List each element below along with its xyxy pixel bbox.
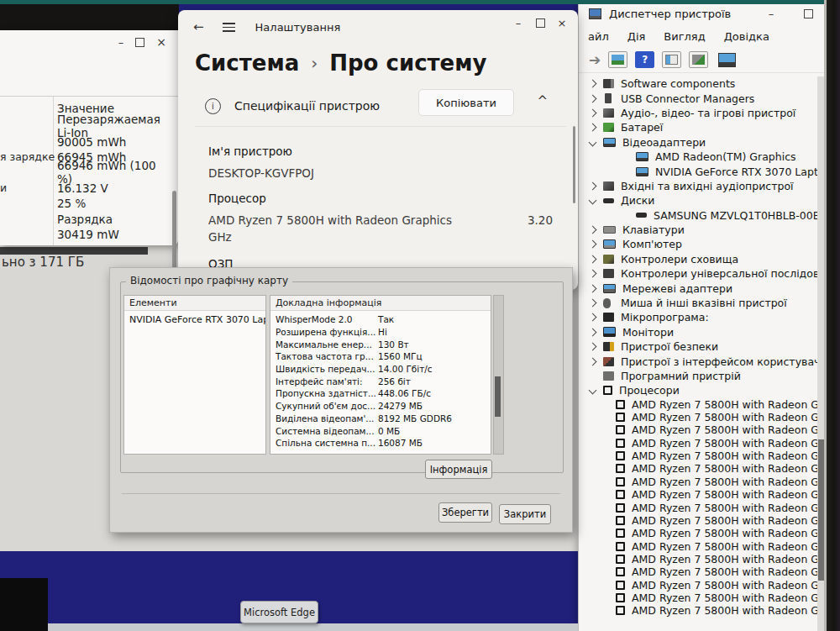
device-manager-titlebar[interactable]: Диспетчер пристроїв – [579, 3, 831, 24]
copy-button[interactable]: Копіювати [418, 89, 514, 116]
detail-row[interactable]: Розширена функція... Ні [270, 326, 491, 339]
tree-row[interactable]: Вхідні та вихідні аудіопристрої [579, 179, 820, 193]
tree-chevron-icon[interactable] [589, 313, 597, 322]
tree-row[interactable]: AMD Ryzen 7 5800H with Radeon Graphic [579, 501, 820, 513]
tree-row[interactable]: Монітори [579, 325, 820, 339]
tree-row[interactable]: AMD Ryzen 7 5800H with Radeon Graphic [579, 604, 820, 617]
battery-row[interactable]: Перезаряжаемая Li-Ion [0, 118, 168, 134]
detail-row[interactable]: Тактова частота гр... 1560 МГц [270, 350, 491, 363]
tree-row[interactable]: AMD Ryzen 7 5800H with Radeon Graphic [579, 553, 820, 565]
battery-titlebar[interactable]: – × [0, 30, 178, 54]
tree-chevron-icon[interactable] [589, 240, 597, 249]
taskbar[interactable] [47, 623, 578, 631]
tree-chevron-icon[interactable] [589, 386, 597, 395]
tree-chevron-icon[interactable] [589, 357, 597, 365]
tree-row[interactable]: Комп'ютер [579, 237, 820, 251]
menu-item[interactable]: Вигляд [654, 30, 714, 43]
tree-row[interactable]: AMD Ryzen 7 5800H with Radeon Graphic [579, 423, 820, 436]
tree-chevron-icon[interactable] [589, 109, 597, 118]
device-specs-section[interactable]: i Специфікації пристрою Копіювати ^ [195, 89, 566, 123]
battery-row[interactable]: 30419 mW [0, 227, 168, 242]
save-button[interactable]: Зберегти [438, 502, 492, 523]
tree-row[interactable]: AMD Ryzen 7 5800H with Radeon Graphic [579, 488, 820, 501]
minimize-icon[interactable]: – [118, 36, 124, 49]
detail-row[interactable]: Системна відеопам... 0 МБ [270, 424, 491, 437]
tree-row[interactable]: USB Connector Managers [579, 91, 820, 105]
help-icon[interactable]: ? [635, 51, 654, 68]
tree-row[interactable]: AMD Radeon(TM) Graphics [579, 150, 820, 164]
items-header[interactable]: Елементи [124, 296, 265, 311]
maximize-icon[interactable] [797, 4, 819, 23]
tree-row[interactable]: AMD Ryzen 7 5800H with Radeon Graphic [579, 527, 820, 539]
tree-row[interactable]: Контролери універсальної послідовної ши [579, 266, 820, 281]
battery-row[interactable]: Разрядка [0, 211, 168, 226]
tree-row[interactable]: Клавіатури [579, 223, 820, 237]
maximize-icon[interactable] [529, 13, 551, 32]
tree-row[interactable]: Мережеві адаптери [579, 281, 820, 295]
tree-chevron-icon[interactable] [589, 299, 597, 308]
tree-row[interactable]: AMD Ryzen 7 5800H with Radeon Graphic [579, 592, 820, 604]
tree-row[interactable]: Аудіо-, відео- та ігрові пристрої [579, 106, 820, 120]
detail-row[interactable]: Швидкість передач... 14.00 Гбіт/с [270, 363, 491, 376]
tree-row[interactable]: AMD Ryzen 7 5800H with Radeon Graphic [579, 437, 820, 450]
information-button[interactable]: Інформація [425, 460, 492, 479]
gpu-items-list[interactable]: Елементи NVIDIA GeForce RTX 3070 Laptop … [123, 295, 266, 455]
properties-icon[interactable] [608, 51, 627, 68]
hamburger-menu-icon[interactable] [223, 23, 235, 32]
back-icon[interactable]: ← [193, 19, 204, 34]
tree-row[interactable]: SAMSUNG MZVLQ1T0HBLB-00BTW [579, 208, 820, 223]
tree-chevron-icon[interactable] [589, 181, 597, 190]
tree-row[interactable]: Software components [579, 76, 820, 91]
monitor-toolbar-icon[interactable] [718, 53, 736, 67]
menu-item[interactable]: айл [579, 30, 618, 43]
tree-row[interactable]: Контролери сховища [579, 252, 820, 266]
tree-row[interactable]: AMD Ryzen 7 5800H with Radeon Graphic [579, 514, 820, 527]
settings-titlebar[interactable]: ← Налаштування – × [178, 10, 578, 44]
tree-chevron-icon[interactable] [589, 255, 597, 263]
close-icon[interactable]: × [156, 35, 166, 49]
tree-row[interactable]: AMD Ryzen 7 5800H with Radeon Graphic [579, 476, 820, 488]
details-header[interactable]: Докладна інформація [270, 296, 491, 311]
battery-row[interactable]: 66946 mWh (100 %) [0, 165, 168, 180]
tree-row[interactable]: Програмний пристрій [579, 369, 820, 383]
menu-item[interactable]: Довідка [715, 30, 779, 43]
tree-row[interactable]: AMD Ryzen 7 5800H with Radeon Graphic [579, 539, 820, 552]
minimize-icon[interactable]: – [507, 13, 529, 32]
detail-row[interactable]: Спільна системна п... 16087 МБ [270, 437, 491, 450]
breadcrumb-parent[interactable]: Система [195, 50, 299, 76]
tree-chevron-icon[interactable] [589, 94, 597, 103]
tree-row[interactable]: Миша й інші вказівні пристрої [579, 296, 820, 310]
gpu-details-list[interactable]: Докладна інформація WhisperMode 2.0 Так … [270, 295, 491, 455]
settings-scrollbar[interactable] [573, 126, 575, 203]
tree-chevron-icon[interactable] [589, 124, 597, 132]
tree-chevron-icon[interactable] [589, 343, 597, 351]
tree-row[interactable]: AMD Ryzen 7 5800H with Radeon Graphic [579, 462, 820, 475]
gpu-item[interactable]: NVIDIA GeForce RTX 3070 Laptop ... [124, 311, 265, 325]
tree-chevron-icon[interactable] [589, 80, 597, 88]
detail-row[interactable]: WhisperMode 2.0 Так [270, 313, 491, 326]
close-button[interactable]: Закрити [499, 504, 551, 524]
menu-item[interactable]: Дія [618, 30, 655, 43]
tree-chevron-icon[interactable] [589, 138, 597, 146]
tree-chevron-icon[interactable] [589, 328, 597, 336]
detail-row[interactable]: Максимальне енер... 130 Вт [270, 338, 491, 350]
detail-row[interactable]: Сукупний об'єм дос... 24279 МБ [270, 400, 491, 413]
tree-row[interactable]: NVIDIA GeForce RTX 3070 Laptop GPU [579, 164, 820, 178]
tree-row[interactable]: Диски [579, 193, 820, 208]
detail-row[interactable]: Інтерфейс пам'яті: 256 біт [270, 375, 491, 387]
scrollbar-thumb[interactable] [495, 376, 501, 417]
detail-row[interactable]: Пропускна здатніст... 448.06 ГБ/с [270, 387, 491, 400]
maximize-icon[interactable] [135, 38, 144, 47]
tree-row[interactable]: AMD Ryzen 7 5800H with Radeon Graphic [579, 398, 820, 411]
tree-chevron-icon[interactable] [589, 270, 597, 278]
details-scrollbar[interactable] [493, 295, 504, 455]
scan-hardware-icon[interactable] [689, 51, 708, 68]
scrollbar-thumb[interactable] [818, 439, 824, 581]
tree-chevron-icon[interactable] [589, 197, 597, 205]
close-icon[interactable]: × [551, 13, 573, 32]
tree-row[interactable]: Мікропрограма: [579, 310, 820, 324]
tree-row[interactable]: Процесори [579, 383, 820, 397]
tree-row[interactable]: Відеоадаптери [579, 135, 820, 150]
minimize-icon[interactable]: – [760, 4, 782, 23]
tree-row[interactable]: AMD Ryzen 7 5800H with Radeon Graphic [579, 450, 820, 462]
